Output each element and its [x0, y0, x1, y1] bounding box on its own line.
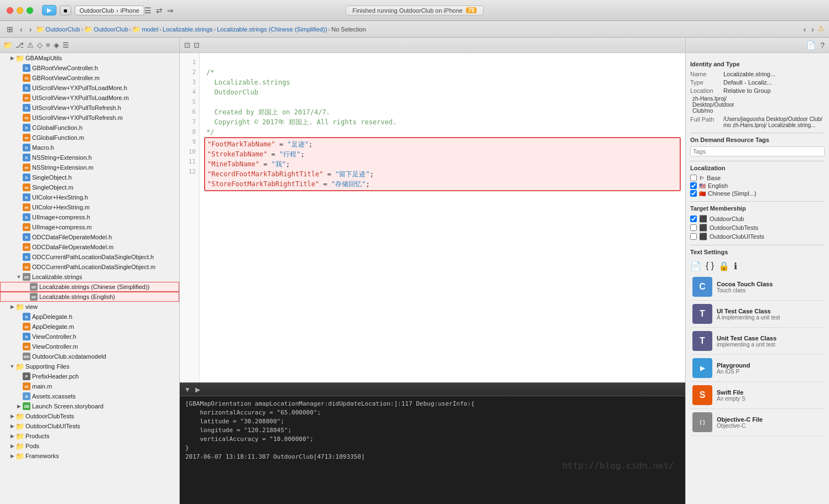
debug-console[interactable]: [GBAMapOrientation amapLocationManager:d…	[180, 396, 685, 504]
close-button[interactable]	[7, 7, 13, 14]
sidebar-item-odccurrent-m[interactable]: m ODCCurrentPathLocationDataSingleObject…	[0, 262, 179, 272]
template-playground[interactable]: ▶ Playground An iOS P	[690, 355, 825, 382]
help-icon[interactable]: ?	[820, 41, 825, 50]
sidebar-item-datamodel[interactable]: dm OutdoorClub.xcdatamodeld	[0, 351, 179, 361]
sidebar-item-uiscrollview-refresh-h[interactable]: h UIScrollView+YXPullToRefresh.h	[0, 103, 179, 113]
forward-icon[interactable]: ⇒	[167, 6, 174, 15]
sidebar-item-uicolor-m[interactable]: m UIColor+HexString.m	[0, 202, 179, 212]
sidebar-item-odccurrent-h[interactable]: h ODCCurrentPathLocationDataSingleObject…	[0, 252, 179, 262]
breakpoints-icon[interactable]: ◈	[54, 41, 59, 49]
target-uitests-checkbox[interactable]	[690, 233, 697, 240]
stop-button[interactable]: ■	[60, 6, 71, 15]
sidebar-item-outdoorclub-tests[interactable]: 📁 OutdoorClubTests	[0, 411, 179, 421]
sidebar-item-viewcontroller-m[interactable]: m ViewController.m	[0, 342, 179, 351]
template-unit-test[interactable]: T Unit Test Case Class implementing a un…	[690, 328, 825, 355]
sidebar-item-uiscrollview-loadmore-m[interactable]: m UIScrollView+YXPullToLoadMore.m	[0, 93, 179, 103]
sidebar-item-cglobalfunction-m[interactable]: m CGlobalFunction.m	[0, 133, 179, 143]
sidebar-item-cglobalfunction-h[interactable]: h CGlobalFunction.h	[0, 123, 179, 133]
objc-file-desc: Objective-C	[717, 423, 822, 429]
breadcrumb-group[interactable]: OutdoorClub	[93, 26, 128, 33]
sidebar-item-uiscrollview-loadmore-h[interactable]: h UIScrollView+YXPullToLoadMore.h	[0, 83, 179, 93]
sidebar-item-prefixheader[interactable]: P PrefixHeader.pch	[0, 371, 179, 381]
forward-nav-button[interactable]: ›	[27, 24, 34, 35]
target-uitests-row: ⬛ OutdoorClubUITests	[690, 233, 825, 240]
sidebar-item-singleobject-h[interactable]: h SingleObject.h	[0, 172, 179, 182]
sidebar-item-pods[interactable]: 📁 Pods	[0, 441, 179, 451]
text-settings-lock-icon[interactable]: 🔒	[718, 261, 729, 271]
sidebar-item-appdelegate-m[interactable]: m AppDelegate.m	[0, 322, 179, 332]
next-nav-button[interactable]: ›	[809, 24, 816, 35]
sidebar-item-localizable-chinese[interactable]: str Localizable.strings (Chinese (Simpli…	[0, 282, 179, 292]
sidebar-item-odcdatafile-m[interactable]: m ODCDataFileOperateModel.m	[0, 242, 179, 252]
debug-forward-icon[interactable]: ▶	[195, 386, 200, 393]
text-settings-code-icon[interactable]: { }	[706, 261, 714, 271]
sidebar-item-uiimage-h[interactable]: h UIImage+compress.h	[0, 212, 179, 222]
sidebar-item-products[interactable]: 📁 Products	[0, 431, 179, 441]
test-icon[interactable]: ◇	[37, 41, 43, 49]
target-outdoorclub-checkbox[interactable]	[690, 216, 697, 222]
scheme-selector[interactable]: OutdoorClub › iPhone	[75, 6, 144, 15]
sidebar-item-launchscreen[interactable]: SB Launch Screen.storyboard	[0, 401, 179, 411]
sidebar-item-xcassets[interactable]: A Assets.xcassets	[0, 391, 179, 401]
cocoa-touch-title: Cocoa Touch Class	[717, 281, 822, 287]
target-tests-checkbox[interactable]	[690, 224, 697, 231]
loc-english-checkbox[interactable]	[690, 182, 697, 189]
hamburger-icon[interactable]: ☰	[144, 6, 152, 15]
file-inspector-icon[interactable]: 📄	[806, 41, 816, 50]
sidebar-item-uiimage-m[interactable]: m UIImage+compress.m	[0, 222, 179, 232]
loc-english-row: 🇺🇸 English	[690, 182, 825, 189]
sidebar-item-nsstring-extension-h[interactable]: h NSString+Extension.h	[0, 153, 179, 162]
sidebar-item-view[interactable]: 📁 view	[0, 302, 179, 312]
sidebar-item-frameworks[interactable]: 📁 Frameworks	[0, 451, 179, 461]
sidebar-item-nsstring-extension-m[interactable]: m NSString+Extension.m	[0, 162, 179, 172]
sidebar-item-uicolor-h[interactable]: h UIColor+HexString.h	[0, 192, 179, 202]
template-objc-file[interactable]: { } Objective-C File Objective-C	[690, 409, 825, 436]
sidebar-item-localizable-english[interactable]: str Localizable.strings (English)	[0, 292, 179, 302]
template-ui-test[interactable]: T UI Test Case Class A implementing a un…	[690, 301, 825, 328]
tags-input[interactable]	[690, 146, 825, 156]
right-panel-toolbar: 📄 ?	[686, 38, 829, 53]
loc-chinese-checkbox[interactable]	[690, 190, 697, 197]
split-right-icon[interactable]: ⊡	[194, 41, 200, 49]
folder-icon[interactable]: 📁	[3, 41, 12, 49]
back-button[interactable]: ‹	[18, 24, 25, 35]
sidebar-item-localizable-group[interactable]: str Localizable.strings	[0, 272, 179, 282]
breadcrumb-variant[interactable]: Localizable.strings (Chinese (Simplified…	[217, 26, 327, 33]
run-button[interactable]: ▶	[42, 5, 56, 15]
sidebar-item-appdelegate-h[interactable]: h AppDelegate.h	[0, 312, 179, 322]
template-swift-file[interactable]: S Swift File An empty S	[690, 382, 825, 409]
code-editor[interactable]: 1234567 89101112 /* Localizable.strings …	[180, 53, 685, 382]
sidebar-item-main-m[interactable]: m main.m	[0, 381, 179, 391]
breadcrumb-folder[interactable]: model	[142, 26, 158, 33]
sidebar-item-supporting-files[interactable]: 📁 Supporting Files	[0, 361, 179, 371]
maximize-button[interactable]	[27, 7, 33, 14]
sidebar-item-uiscrollview-refresh-m[interactable]: m UIScrollView+YXPullToRefresh.m	[0, 113, 179, 123]
breadcrumb-file[interactable]: Localizable.strings	[163, 26, 213, 33]
loc-base-checkbox[interactable]	[690, 175, 697, 181]
source-control-icon[interactable]: ⎇	[15, 41, 24, 49]
sidebar-item-outdoorclub-uitests[interactable]: 📁 OutdoorClubUITests	[0, 421, 179, 431]
report-icon[interactable]: ☰	[62, 41, 69, 49]
sidebar-item-odcdatafile-h[interactable]: h ODCDataFileOperateModel.h	[0, 232, 179, 242]
share-icon[interactable]: ⇄	[156, 6, 163, 15]
breadcrumb-project[interactable]: OutdoorClub	[45, 26, 80, 33]
sidebar-item-gbrootviewcontroller-m[interactable]: m GBRootViewController.m	[0, 73, 179, 83]
warning-list-icon[interactable]: ⚠	[27, 41, 34, 49]
sidebar-item-macro-h[interactable]: h Macro.h	[0, 143, 179, 153]
grid-view-button[interactable]: ⊞	[4, 24, 15, 35]
sidebar-item-gbrootviewcontroller-h[interactable]: h GBRootViewController.h	[0, 63, 179, 73]
sidebar-item-gbamaputils[interactable]: 📁 GBAMapUtils	[0, 53, 179, 63]
warning-icon[interactable]: ⚠	[817, 24, 825, 35]
text-settings-info-icon[interactable]: ℹ	[734, 261, 737, 271]
split-left-icon[interactable]: ⊡	[184, 41, 190, 49]
sidebar-item-singleobject-m[interactable]: m SingleObject.m	[0, 182, 179, 192]
sidebar-item-viewcontroller-h[interactable]: h ViewController.h	[0, 332, 179, 342]
template-cocoa-touch[interactable]: C Cocoa Touch Class Touch class	[690, 274, 825, 301]
debug-icon[interactable]: ≡	[46, 41, 50, 49]
debug-collapse-icon[interactable]: ▼	[184, 386, 191, 393]
nav-arrows: ‹ › ⚠	[797, 24, 825, 35]
minimize-button[interactable]	[17, 7, 23, 14]
text-settings-file-icon[interactable]: 📄	[690, 261, 701, 271]
sidebar-item-label: Products	[25, 433, 49, 439]
prev-nav-button[interactable]: ‹	[801, 24, 809, 35]
